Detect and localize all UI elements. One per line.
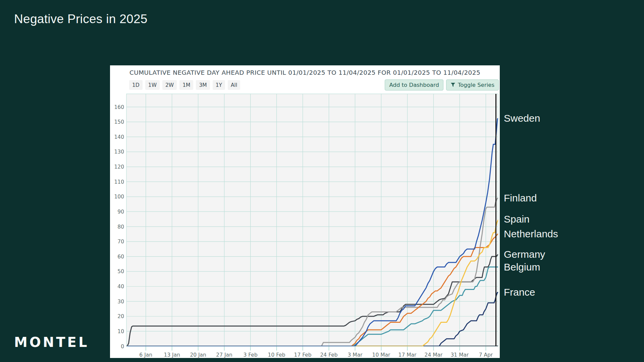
- svg-text:150: 150: [114, 119, 124, 125]
- series-label-belgium: Belgium: [504, 260, 540, 275]
- svg-text:24 Feb: 24 Feb: [320, 352, 338, 358]
- chart-panel: CUMULATIVE NEGATIVE DAY AHEAD PRICE UNTI…: [110, 65, 500, 358]
- brand-logo: MONTEL: [14, 335, 89, 350]
- svg-text:70: 70: [117, 239, 124, 245]
- series-label-netherlands: Netherlands: [504, 227, 558, 241]
- svg-text:17 Feb: 17 Feb: [294, 352, 312, 358]
- svg-text:20: 20: [117, 313, 124, 319]
- svg-text:30: 30: [117, 299, 124, 305]
- page-title: Negative Prices in 2025: [14, 12, 148, 26]
- svg-text:17 Mar: 17 Mar: [398, 352, 417, 358]
- svg-text:3 Feb: 3 Feb: [244, 352, 258, 358]
- svg-text:80: 80: [117, 224, 124, 230]
- svg-text:40: 40: [117, 284, 124, 290]
- svg-text:60: 60: [117, 254, 124, 260]
- svg-text:31 Mar: 31 Mar: [451, 352, 469, 358]
- svg-text:0: 0: [121, 344, 124, 350]
- chart-plot-area[interactable]: 0102030405060708090100110120130140150160…: [110, 65, 500, 358]
- svg-text:50: 50: [117, 268, 124, 275]
- svg-text:110: 110: [114, 179, 124, 185]
- svg-text:27 Jan: 27 Jan: [216, 352, 232, 358]
- series-label-sweden: Sweden: [504, 111, 540, 126]
- svg-text:140: 140: [114, 134, 124, 140]
- svg-text:130: 130: [114, 149, 124, 155]
- svg-text:20 Jan: 20 Jan: [190, 352, 206, 358]
- svg-text:120: 120: [114, 164, 124, 170]
- svg-text:10 Mar: 10 Mar: [372, 352, 391, 358]
- svg-text:100: 100: [114, 194, 124, 200]
- svg-text:7 Apr: 7 Apr: [479, 352, 493, 358]
- svg-text:90: 90: [117, 209, 124, 215]
- series-label-spain: Spain: [504, 212, 530, 227]
- svg-text:13 Jan: 13 Jan: [164, 352, 180, 358]
- svg-text:6 Jan: 6 Jan: [139, 352, 152, 358]
- svg-text:10: 10: [117, 328, 124, 335]
- series-label-france: France: [504, 285, 535, 300]
- series-label-finland: Finland: [504, 191, 537, 205]
- svg-text:10 Feb: 10 Feb: [268, 352, 285, 358]
- screen: Negative Prices in 2025 CUMULATIVE NEGAT…: [0, 0, 644, 362]
- svg-text:160: 160: [114, 104, 124, 110]
- svg-text:24 Mar: 24 Mar: [425, 352, 443, 358]
- svg-text:3 Mar: 3 Mar: [348, 352, 363, 358]
